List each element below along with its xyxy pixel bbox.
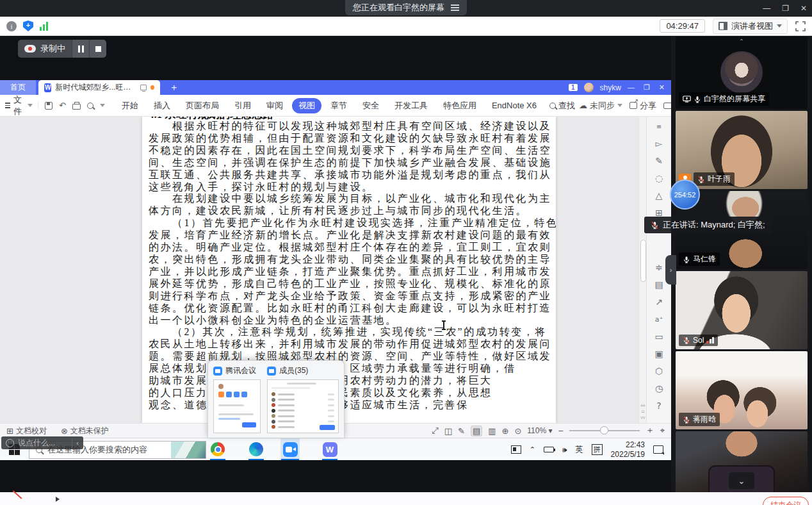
ribbon-tab-EndNote X6[interactable]: EndNote X6: [485, 99, 543, 112]
participant-tile[interactable]: Sol: [676, 271, 808, 349]
taskbar-app-edge[interactable]: [247, 438, 266, 460]
pause-recording-button[interactable]: [72, 40, 89, 58]
thumbnail-meeting-window[interactable]: 腾讯会议: [213, 365, 261, 433]
taskbar-clock[interactable]: 22:43 2022/5/19: [611, 440, 645, 459]
thumbnail-preview[interactable]: [213, 379, 261, 433]
ribbon-tab-视图[interactable]: 视图: [292, 98, 321, 113]
fullscreen-icon[interactable]: [795, 21, 806, 31]
zoom-level[interactable]: 110% ▾: [527, 426, 552, 435]
ribbon-tab-特色应用[interactable]: 特色应用: [437, 98, 483, 113]
stamp-icon[interactable]: ⬡: [653, 365, 665, 377]
share-button[interactable]: 分享: [629, 100, 656, 112]
fullscreen-view-icon[interactable]: ⤢: [432, 426, 438, 436]
user-avatar[interactable]: [584, 83, 594, 92]
mic-muted-button[interactable]: [14, 495, 27, 505]
ribbon-tab-安全[interactable]: 安全: [356, 98, 386, 113]
record-button[interactable]: [503, 495, 516, 505]
interpretation-button[interactable]: [633, 495, 646, 505]
ribbon-tab-开始[interactable]: 开始: [115, 98, 145, 113]
drag-handle-icon[interactable]: ≡: [653, 120, 665, 132]
security-shield-icon[interactable]: [23, 21, 33, 31]
info-icon[interactable]: i: [6, 21, 17, 31]
banner-menu-icon[interactable]: [451, 3, 459, 13]
ribbon-tab-章节[interactable]: 章节: [324, 98, 353, 113]
ribbon-tab-查找[interactable]: 查找: [546, 98, 579, 113]
select-tool-icon[interactable]: ▻: [653, 138, 665, 149]
edit-mode-icon[interactable]: ✎: [458, 426, 465, 436]
zoom-slider[interactable]: [569, 430, 640, 431]
close-icon[interactable]: ✕: [800, 4, 807, 13]
vertical-scrollbar[interactable]: ▵▵ ▫ ▿▿: [638, 117, 646, 423]
wps-close-icon[interactable]: ✕: [659, 83, 665, 92]
navigation-icon[interactable]: △: [653, 190, 665, 201]
chat-button[interactable]: [460, 495, 473, 505]
zoom-slider-handle[interactable]: [600, 426, 608, 435]
minimize-icon[interactable]: —: [763, 4, 770, 13]
zoom-in-button[interactable]: ＋: [646, 425, 654, 436]
ribbon-tab-插入[interactable]: 插入: [147, 98, 177, 113]
export-icon[interactable]: ↗: [653, 296, 665, 308]
highlight-pen-icon[interactable]: ✎: [653, 155, 665, 167]
new-tab-button[interactable]: ＋: [169, 81, 179, 94]
participant-tile[interactable]: 蒋雨晗: [676, 351, 808, 429]
two-page-view-icon[interactable]: ◫: [444, 426, 452, 436]
print-icon[interactable]: [72, 104, 81, 110]
invite-button[interactable]: [374, 495, 387, 505]
fit-page-icon[interactable]: ⌖: [660, 426, 665, 436]
browse-object-button[interactable]: ▫: [642, 410, 645, 414]
ime-mode[interactable]: 拼: [592, 444, 603, 455]
whiteboard-button[interactable]: [593, 495, 606, 505]
proofing-status[interactable]: ⊞ 文档校对: [6, 426, 47, 436]
thumbnail-preview[interactable]: [267, 379, 339, 433]
history-icon[interactable]: ◷: [653, 383, 665, 394]
camera-button[interactable]: [56, 495, 73, 505]
prev-page-button[interactable]: ▵▵: [640, 403, 645, 408]
sidebar-collapse-handle[interactable]: ›: [665, 255, 676, 285]
wps-minimize-icon[interactable]: —: [628, 83, 635, 92]
cloud-sync-button[interactable]: ☁ 未同步: [579, 100, 622, 112]
zoom-out-button[interactable]: −: [558, 426, 563, 436]
ribbon-tab-开发工具[interactable]: 开发工具: [388, 98, 434, 113]
translate-icon[interactable]: a⁺: [653, 313, 665, 325]
tab-document[interactable]: W 新时代城郊型乡...旺村为例(1): [38, 80, 160, 95]
chevron-down-icon[interactable]: [100, 104, 105, 107]
page-view-icon[interactable]: ▤: [471, 426, 482, 436]
collapse-strip-icon[interactable]: ⌃: [739, 38, 744, 45]
chat-collapse-icon[interactable]: ‹: [76, 439, 79, 447]
meeting-chat-overlay[interactable]: 说点什么... ‹: [1, 436, 83, 449]
application-button[interactable]: [544, 495, 557, 505]
members-button[interactable]: [416, 495, 429, 505]
file-menu[interactable]: 文件: [5, 94, 38, 117]
participant-tile[interactable]: 叶子雨: [676, 111, 808, 189]
emoji-icon[interactable]: [6, 439, 14, 447]
end-meeting-button[interactable]: 结束会议: [763, 497, 809, 505]
thumbnail-members-window[interactable]: 成员(35): [267, 365, 339, 433]
ribbon-tab-审阅[interactable]: 审阅: [260, 98, 289, 113]
news-widget-icon[interactable]: [511, 445, 521, 454]
ribbon-tab-引用[interactable]: 引用: [228, 98, 257, 113]
notification-center-icon[interactable]: [653, 445, 663, 454]
stop-recording-button[interactable]: [89, 40, 106, 58]
view-mode-button[interactable]: 演讲者视图: [713, 19, 788, 34]
scrollbar-thumb[interactable]: [640, 240, 646, 282]
archive-box-icon[interactable]: ▭: [653, 331, 665, 342]
tab-home[interactable]: 首页: [0, 80, 36, 95]
screen-watch-banner[interactable]: 您正在观看白宇然的屏幕: [345, 0, 467, 15]
undo-icon[interactable]: ↶: [59, 101, 66, 110]
eye-protect-icon[interactable]: ⊙: [514, 426, 521, 436]
outline-view-icon[interactable]: ▥: [488, 426, 496, 436]
shapes-icon[interactable]: ◌: [653, 172, 665, 184]
next-page-button[interactable]: ▿▿: [640, 416, 645, 420]
web-view-icon[interactable]: ⊕: [502, 426, 509, 436]
taskbar-app-chrome[interactable]: [208, 438, 227, 460]
page-layout-icon[interactable]: ▤: [653, 279, 665, 290]
picture-icon[interactable]: ▣: [653, 348, 665, 360]
share-screen-button[interactable]: [321, 495, 334, 505]
taskbar-app-meeting[interactable]: [280, 438, 300, 460]
window-count-badge[interactable]: 1: [569, 84, 578, 91]
save-icon[interactable]: [45, 102, 53, 110]
battery-icon[interactable]: [544, 447, 554, 452]
taskbar-app-wps[interactable]: W: [320, 438, 339, 460]
adjust-sliders-icon[interactable]: ≑: [653, 261, 665, 273]
scroll-participants-down-button[interactable]: ⌄: [729, 472, 754, 489]
